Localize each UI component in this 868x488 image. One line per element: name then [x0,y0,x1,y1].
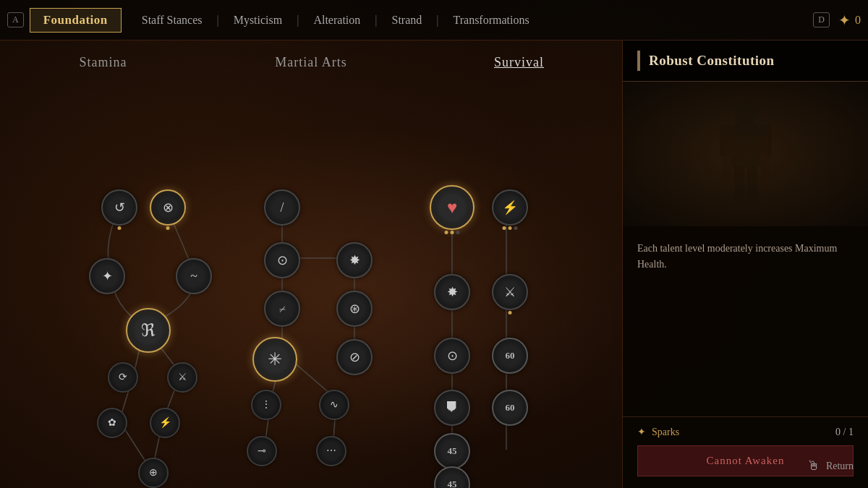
survival-node-5l-number: 45 [448,445,457,457]
svg-rect-5 [746,167,757,205]
dot [166,226,170,230]
dot [503,226,506,230]
nav-item-strand[interactable]: Strand [386,11,428,30]
nav-sep-2: | [297,14,299,27]
panel-footer: ✦ Sparks 0 / 1 Cannot Awaken [623,416,868,488]
character-silhouette [702,96,789,212]
stamina-node-9-icon: ⊕ [149,468,158,478]
survival-node-4r-number: 60 [506,402,515,414]
stamina-node-center-icon: ℜ [141,322,156,339]
stamina-node-6-icon: ⚔ [178,372,187,382]
nav-btn-a[interactable]: A [7,12,24,27]
survival-node-heart[interactable]: ♥ [430,185,475,230]
survival-node-2r-icon: ⚔ [504,286,516,299]
survival-heart-icon: ♥ [447,199,457,216]
stamina-node-3-icon: ✦ [102,270,113,283]
stamina-node-7-icon: ✿ [108,418,116,428]
dot [118,226,122,230]
martial-node-2[interactable]: ⊙ [264,242,300,278]
main-content: Stamina Martial Arts Survival [0,40,868,488]
svg-rect-1 [731,123,760,168]
martial-node-h2[interactable]: ✸ [336,242,373,278]
martial-node-h4-icon: ⊘ [349,351,360,364]
right-panel: Robust Constitution Each talent level mo… [622,40,868,488]
nav-item-alteration[interactable]: Alteration [307,11,366,30]
survival-node-4r[interactable]: 60 [492,390,528,426]
survival-node-4l[interactable]: ⛊ [434,390,470,426]
panel-title-bar: Robust Constitution [623,40,868,82]
martial-node-8-icon: ⋯ [326,446,336,456]
stamina-node-4-icon: ~ [190,270,197,283]
stamina-node-2[interactable]: ⊗ [150,189,186,226]
mouse-icon: 🖱 [807,458,820,474]
survival-node-5l[interactable]: 45 [434,433,470,469]
martial-node-1[interactable]: / [264,189,300,226]
dot [451,231,454,234]
martial-node-5[interactable]: ⋮ [251,390,281,420]
panel-description: Each talent level moderately increases M… [623,226,868,416]
stamina-node-9[interactable]: ⊕ [138,458,169,488]
stamina-node-1-icon: ↺ [114,201,125,214]
martial-node-7-icon: ⊸ [258,446,266,456]
stamina-node-3[interactable]: ✦ [89,258,125,294]
col-header-survival: Survival [416,55,622,70]
stamina-node-4[interactable]: ~ [176,258,212,294]
sparks-icon-nav: ✦ [838,12,851,29]
survival-node-lightning[interactable]: ⚡ [492,189,528,226]
survival-node-2l-icon: ✸ [447,286,458,299]
stamina-node-6[interactable]: ⚔ [167,362,197,393]
sparks-count: 0 / 1 [835,427,854,438]
stamina-node-center[interactable]: ℜ [126,308,171,353]
martial-node-h3[interactable]: ⊛ [336,291,373,327]
sparks-row: ✦ Sparks 0 / 1 [637,426,854,438]
martial-node-6[interactable]: ∿ [319,390,349,420]
martial-node-6-icon: ∿ [330,400,339,410]
panel-title-accent [637,51,640,71]
stamina-node-5[interactable]: ⟳ [108,362,138,393]
nav-item-transformations[interactable]: Transformations [447,11,535,30]
survival-node-3l[interactable]: ⊙ [434,338,470,374]
sparks-nav: ✦ 0 [838,12,861,29]
dot [456,231,460,234]
active-tab-foundation[interactable]: Foundation [30,8,122,33]
martial-node-5-icon: ⋮ [261,400,271,410]
stamina-node-7[interactable]: ✿ [97,408,127,438]
skill-tree-area: Stamina Martial Arts Survival [0,40,622,488]
martial-node-h2-icon: ✸ [349,254,360,267]
survival-node-4l-icon: ⛊ [446,401,459,414]
stamina-node-8-icon: ⚡ [159,418,171,428]
stamina-node-5-icon: ⟳ [119,372,127,382]
martial-node-8[interactable]: ⋯ [316,436,346,466]
nav-item-mysticism[interactable]: Mysticism [228,11,289,30]
nav-sep-4: | [436,14,438,27]
nav-sep-1: | [216,14,218,27]
martial-node-4[interactable]: ✳ [252,337,297,382]
sparks-icon: ✦ [637,426,646,438]
nav-item-staff-stances[interactable]: Staff Stances [136,11,208,30]
dot [445,231,448,234]
martial-node-h4[interactable]: ⊘ [336,339,373,375]
survival-node-3r[interactable]: 60 [492,338,528,374]
return-button[interactable]: 🖱 Return [807,458,854,474]
martial-node-1-icon: / [280,201,284,214]
martial-node-7[interactable]: ⊸ [247,436,277,466]
survival-node-2l[interactable]: ✸ [434,274,470,310]
survival-node-3r-number: 60 [506,350,515,361]
martial-node-3[interactable]: ⌿ [264,291,300,327]
survival-node-6l[interactable]: 45 [434,466,470,488]
col-header-martial-arts: Martial Arts [206,55,416,70]
nav-sep-3: | [375,14,377,27]
martial-node-3-icon: ⌿ [278,302,286,315]
dot [514,226,518,230]
martial-node-2-icon: ⊙ [277,254,288,267]
martial-node-h3-icon: ⊛ [349,302,360,315]
svg-point-0 [734,99,757,125]
survival-node-6l-number: 45 [448,479,457,488]
dot [509,226,512,230]
nav-right: D ✦ 0 [813,12,861,29]
dot [509,311,512,314]
nav-btn-d[interactable]: D [813,12,830,27]
stamina-node-1[interactable]: ↺ [101,189,137,226]
stamina-node-8[interactable]: ⚡ [150,408,180,438]
survival-node-2r[interactable]: ⚔ [492,274,528,310]
